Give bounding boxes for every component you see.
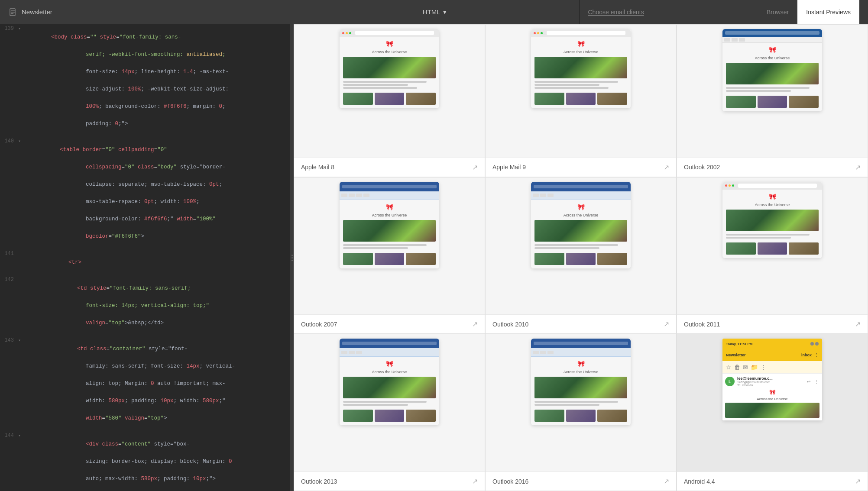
ribbon-bar <box>531 348 631 357</box>
title-content <box>342 342 437 345</box>
expand-icon[interactable]: ↗ <box>472 163 478 171</box>
outlook-toolbar <box>722 37 822 43</box>
preview-cell[interactable]: 🎀 Across the Universe <box>485 334 677 491</box>
text-line <box>343 244 427 246</box>
android-menu-icon: ⋮ <box>814 352 819 357</box>
preview-cell[interactable]: 🎀 Across the Universe <box>294 177 485 334</box>
divider-dot <box>291 257 293 258</box>
chevron-down-icon: ▾ <box>443 8 447 16</box>
thumb-image <box>375 93 405 105</box>
email-hero-image <box>534 57 627 78</box>
preview-cell[interactable]: 🎀 Across the Universe <box>677 177 868 334</box>
line-number: 139 <box>0 24 18 33</box>
expand-icon[interactable]: ↗ <box>664 320 669 328</box>
toolbar-btn <box>349 194 355 197</box>
toolbar-btn <box>363 194 369 197</box>
expand-icon[interactable]: ↗ <box>664 477 669 485</box>
thumb-image <box>726 96 756 108</box>
preview-name: Apple Mail 8 <box>301 164 334 171</box>
preview-cell[interactable]: 🎀 Across the Universe <box>294 24 485 177</box>
text-line <box>534 404 599 406</box>
collapse-arrow[interactable]: ▾ <box>18 431 25 439</box>
email-hero-image <box>726 210 819 231</box>
sender-email: 1452yji@emailtests.com <box>737 381 803 384</box>
preview-cell[interactable]: 🎀 Across the Universe <box>294 334 485 491</box>
collapse-arrow[interactable]: ▾ <box>18 336 25 344</box>
preview-cell[interactable]: 🎀 Across the Universe <box>485 24 677 177</box>
panel-divider[interactable] <box>290 24 294 491</box>
expand-icon[interactable]: ↗ <box>664 163 669 171</box>
line-arrow-empty <box>18 275 25 284</box>
line-number: 141 <box>0 249 18 258</box>
email-thumbnails <box>726 96 819 108</box>
url-bar <box>738 184 817 188</box>
email-text-block <box>726 87 819 93</box>
android-actions: ↩ ⋮ <box>806 378 819 384</box>
collapse-arrow[interactable]: ▾ <box>18 24 25 32</box>
email-brand: Across the Universe <box>755 203 790 207</box>
thumb-image <box>406 253 436 265</box>
text-line <box>534 84 599 86</box>
thumb-image <box>375 410 405 422</box>
reply-icon[interactable]: ↩ <box>806 378 812 384</box>
email-thumbnails <box>534 253 627 265</box>
toolbar-btn <box>356 194 362 197</box>
toolbar-btn <box>547 351 554 354</box>
toolbar-btn <box>341 351 347 354</box>
text-line <box>343 404 408 406</box>
collapse-arrow[interactable]: ▾ <box>18 137 25 145</box>
html-dropdown[interactable]: HTML ▾ <box>423 8 447 16</box>
preview-cell[interactable]: Today, 11:51 PM Newsletter inbox ⋮ ☆ 🗑 <box>677 334 868 491</box>
text-line <box>343 84 408 86</box>
choose-clients-link[interactable]: Choose email clients <box>588 9 644 16</box>
expand-icon[interactable]: ↗ <box>855 163 861 171</box>
mock-body: 🎀 Across the Universe <box>722 190 822 258</box>
email-thumbnails <box>343 253 436 265</box>
email-thumbnails <box>726 242 819 255</box>
preview-footer: Outlook 2010 ↗ <box>486 314 676 333</box>
code-content: <table border="0" cellpadding="0" cellsp… <box>25 137 290 249</box>
thumb-image <box>789 96 819 108</box>
header-tabs: Browser Instant Previews <box>758 0 859 24</box>
android-email-body: L lee@leemunroe.c... 1452yji@emailtests.… <box>722 374 822 420</box>
code-line-142: 142 <td style="font-family: sans-serif; … <box>0 275 290 336</box>
email-mock: 🎀 Across the Universe <box>340 339 439 425</box>
android-mock: Today, 11:51 PM Newsletter inbox ⋮ ☆ 🗑 <box>722 339 822 420</box>
expand-icon[interactable]: ↗ <box>855 477 861 485</box>
preview-footer: Apple Mail 8 ↗ <box>294 158 485 177</box>
thumb-image <box>597 253 627 265</box>
line-arrow-empty <box>18 249 25 258</box>
header-right: Choose email clients Browser Instant Pre… <box>580 0 868 24</box>
email-hero-image <box>534 377 627 398</box>
email-text-block <box>343 81 436 90</box>
preview-image: 🎀 Across the Universe <box>677 25 868 158</box>
preview-name: Outlook 2013 <box>301 478 337 485</box>
close-dot <box>342 32 344 34</box>
mock-body: 🎀 Across the Universe <box>531 37 631 108</box>
more-icon[interactable]: ⋮ <box>813 378 819 384</box>
mock-body: 🎀 Across the Universe <box>531 357 631 425</box>
toolbar-btn <box>547 194 554 197</box>
expand-icon[interactable]: ↗ <box>855 320 861 328</box>
email-mock: 🎀 Across the Universe <box>722 29 822 111</box>
code-line-139: 139 ▾ <body class="" style="font-family:… <box>0 24 290 137</box>
previews-panel: 🎀 Across the Universe <box>294 24 868 491</box>
preview-name: Outlook 2007 <box>301 321 337 328</box>
min-dot <box>537 32 539 34</box>
code-panel: 139 ▾ <body class="" style="font-family:… <box>0 24 290 491</box>
email-brand: Across the Universe <box>755 56 790 60</box>
android-inbox-label: inbox <box>801 353 812 357</box>
code-line-140: 140 ▾ <table border="0" cellpadding="0" … <box>0 137 290 249</box>
code-line-144: 144 ▾ <div class="content" style="box- s… <box>0 431 290 491</box>
email-bow: 🎀 <box>386 40 393 47</box>
text-line <box>534 244 618 246</box>
instant-previews-tab[interactable]: Instant Previews <box>797 0 859 24</box>
preview-cell[interactable]: 🎀 Across the Universe <box>677 24 868 177</box>
preview-name: Outlook 2016 <box>492 478 528 485</box>
mock-titlebar <box>722 182 822 190</box>
thumb-image <box>758 242 787 255</box>
expand-icon[interactable]: ↗ <box>472 320 478 328</box>
browser-tab[interactable]: Browser <box>758 0 797 24</box>
expand-icon[interactable]: ↗ <box>472 477 478 485</box>
preview-cell[interactable]: 🎀 Across the Universe <box>485 177 677 334</box>
